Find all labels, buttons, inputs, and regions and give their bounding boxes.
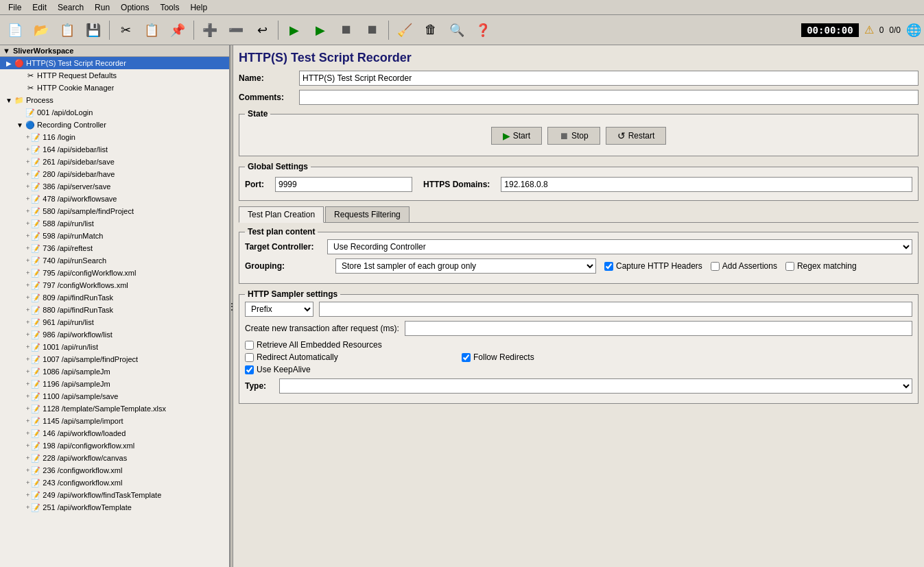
grouping-select[interactable]: Store 1st sampler of each group only Do …: [335, 258, 596, 274]
menu-run[interactable]: Run: [89, 1, 115, 14]
collapse-button[interactable]: ➖: [224, 18, 248, 43]
paste-button[interactable]: 📌: [165, 18, 190, 43]
tree-item-s20[interactable]: + 📝 1086 /api/sampleJm: [0, 365, 229, 378]
toggle-cookie-manager[interactable]: [15, 83, 25, 93]
menu-options[interactable]: Options: [115, 1, 154, 14]
toggle-login[interactable]: [15, 108, 25, 117]
tree-item-s13[interactable]: + 📝 797 /configWorkflows.xml: [0, 279, 229, 291]
toggle-http-defaults[interactable]: [15, 71, 25, 80]
tree-item-s26[interactable]: + 📝 198 /api/configworkflow.xml: [0, 439, 229, 452]
save-button[interactable]: 💾: [81, 18, 106, 43]
tree-item-cookie-manager[interactable]: ✂ HTTP Cookie Manager: [0, 82, 229, 94]
port-input[interactable]: [275, 177, 412, 192]
start-nopause-button[interactable]: ▶: [308, 18, 333, 43]
add-assertions-checkbox[interactable]: [711, 262, 720, 271]
add-assertions-label[interactable]: Add Assertions: [711, 261, 777, 271]
target-controller-select[interactable]: Use Recording Controller: [327, 239, 912, 254]
follow-redirects-label-wrap[interactable]: Follow Redirects: [462, 352, 534, 362]
menu-tools[interactable]: Tools: [154, 1, 185, 14]
tree-item-s15[interactable]: + 📝 880 /api/findRunTask: [0, 304, 229, 316]
tree-item-process[interactable]: ▼ 📁 Process: [0, 94, 229, 106]
tree-item-s07[interactable]: + 📝 580 /api/sample/findProject: [0, 205, 229, 217]
redirect-auto-checkbox[interactable]: [245, 353, 254, 362]
undo-button[interactable]: ↩: [250, 18, 274, 43]
tree-item-s19[interactable]: + 📝 1007 /api/sample/findProject: [0, 353, 229, 365]
toggle-rec-ctrl[interactable]: ▼: [15, 120, 25, 130]
tree-item-http-defaults[interactable]: ✂ HTTP Request Defaults: [0, 69, 229, 82]
redirect-auto-label-wrap[interactable]: Redirect Automatically: [245, 352, 451, 362]
tree-item-s29[interactable]: + 📝 243 /configworkflow.xml: [0, 476, 229, 489]
toggle-http-test[interactable]: ▶: [4, 58, 14, 68]
regex-matching-label[interactable]: Regex matching: [785, 261, 857, 271]
start-button[interactable]: ▶: [282, 18, 307, 43]
tree-item-s18[interactable]: + 📝 1001 /api/run/list: [0, 341, 229, 353]
new-button[interactable]: 📄: [3, 18, 27, 43]
tab-requests-filtering[interactable]: Requests Filtering: [325, 206, 410, 222]
shutdown-button[interactable]: ⏹: [360, 18, 385, 43]
capture-http-headers-checkbox[interactable]: [604, 262, 613, 271]
menu-search[interactable]: Search: [52, 1, 89, 14]
menu-file[interactable]: File: [3, 1, 27, 14]
copy-button[interactable]: 📋: [139, 18, 164, 43]
state-legend: State: [245, 109, 270, 119]
tree-item-s27[interactable]: + 📝 228 /api/workflow/canvas: [0, 452, 229, 464]
tree-item-s28[interactable]: + 📝 236 /configworkflow.xml: [0, 464, 229, 476]
collapse-workspace-icon[interactable]: ▼: [3, 47, 10, 55]
capture-http-headers-label[interactable]: Capture HTTP Headers: [604, 261, 702, 271]
tree-item-s12[interactable]: + 📝 795 /api/configWorkflow.xml: [0, 267, 229, 279]
tree-item-s23[interactable]: + 📝 1128 /template/SampleTemplate.xlsx: [0, 402, 229, 415]
tree-item-s24[interactable]: + 📝 1145 /api/sample/import: [0, 415, 229, 427]
start-state-button[interactable]: ▶ Start: [491, 127, 542, 145]
use-keepalive-checkbox[interactable]: [245, 365, 254, 374]
tree-item-s11[interactable]: + 📝 740 /api/runSearch: [0, 254, 229, 267]
regex-matching-checkbox[interactable]: [785, 262, 794, 271]
tree-item-http-test[interactable]: ▶ 🔴 HTTP(S) Test Script Recorder: [0, 57, 229, 69]
toggle-process[interactable]: ▼: [4, 95, 14, 105]
help-button[interactable]: ❓: [471, 18, 495, 43]
clear-button[interactable]: 🧹: [392, 18, 417, 43]
type-select[interactable]: [279, 378, 912, 394]
tree-item-s30[interactable]: + 📝 249 /api/workflow/findTaskTemplate: [0, 489, 229, 501]
cut-button[interactable]: ✂: [113, 18, 138, 43]
menu-help[interactable]: Help: [185, 1, 213, 14]
tree-item-s09[interactable]: + 📝 598 /api/runMatch: [0, 230, 229, 242]
restart-state-button[interactable]: ↺ Restart: [606, 127, 667, 145]
tree-item-s17[interactable]: + 📝 986 /api/workflow/list: [0, 328, 229, 341]
open-button[interactable]: 📂: [29, 18, 54, 43]
stop-all-button[interactable]: ⏹: [334, 18, 359, 43]
tree-item-s04[interactable]: + 📝 280 /api/sidebar/have: [0, 168, 229, 180]
stop-state-button[interactable]: ⏹ Stop: [547, 127, 600, 145]
prefix-input[interactable]: [319, 302, 912, 317]
tree-item-s21[interactable]: + 📝 1196 /api/sampleJm: [0, 378, 229, 390]
tree-item-s05[interactable]: + 📝 386 /api/server/save: [0, 180, 229, 193]
tree-item-s10[interactable]: + 📝 736 /api/reftest: [0, 242, 229, 254]
tree-item-s22[interactable]: + 📝 1100 /api/sample/save: [0, 390, 229, 402]
tree-item-s25[interactable]: + 📝 146 /api/workflow/loaded: [0, 427, 229, 439]
name-input[interactable]: [299, 71, 919, 86]
tree-item-s06[interactable]: + 📝 478 /api/workflowsave: [0, 193, 229, 205]
tree-item-s03[interactable]: + 📝 261 /api/sidebar/save: [0, 156, 229, 168]
comments-input[interactable]: [299, 90, 919, 105]
tree-item-s16[interactable]: + 📝 961 /api/run/list: [0, 316, 229, 328]
tree-item-login[interactable]: 📝 001 /api/doLogin: [0, 106, 229, 119]
follow-redirects-checkbox[interactable]: [462, 353, 471, 362]
retrieve-embedded-checkbox[interactable]: [245, 341, 254, 350]
label-http-defaults: HTTP Request Defaults: [37, 71, 117, 80]
tab-test-plan-creation[interactable]: Test Plan Creation: [239, 206, 324, 223]
https-domains-input[interactable]: [501, 177, 912, 192]
search-toolbar-button[interactable]: 🔍: [445, 18, 469, 43]
menu-edit[interactable]: Edit: [27, 1, 52, 14]
clear-all-button[interactable]: 🗑: [418, 18, 443, 43]
create-transaction-input[interactable]: [405, 321, 912, 336]
tree-item-rec-ctrl[interactable]: ▼ 🔵 Recording Controller: [0, 119, 229, 131]
retrieve-embedded-label[interactable]: Retrieve All Embedded Resources: [245, 340, 382, 350]
tree-item-s31[interactable]: + 📝 251 /api/workflowTemplate: [0, 501, 229, 514]
tree-item-s02[interactable]: + 📝 164 /api/sidebar/list: [0, 143, 229, 156]
tree-item-s01[interactable]: + 📝 116 /login: [0, 131, 229, 143]
use-keepalive-label-wrap[interactable]: Use KeepAlive: [245, 365, 311, 374]
tree-item-s14[interactable]: + 📝 809 /api/findRunTask: [0, 291, 229, 304]
save-as-button[interactable]: 📋: [55, 18, 80, 43]
tree-item-s08[interactable]: + 📝 588 /api/run/list: [0, 217, 229, 230]
prefix-select[interactable]: Prefix Suffix: [245, 302, 313, 317]
expand-button[interactable]: ➕: [198, 18, 222, 43]
